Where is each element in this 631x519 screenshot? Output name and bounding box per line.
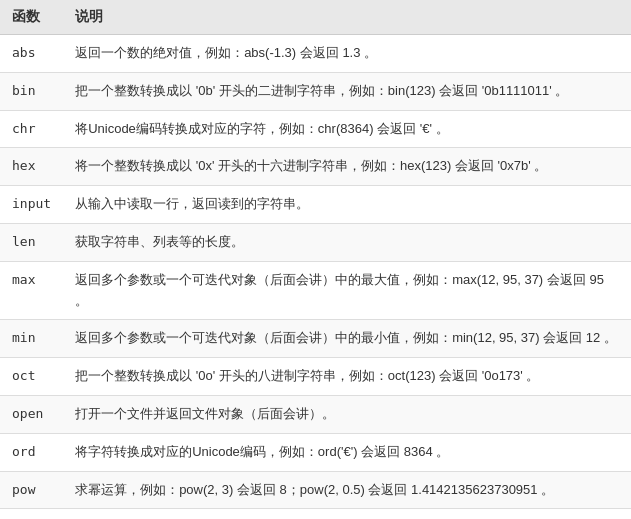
table-row: open打开一个文件并返回文件对象（后面会讲）。: [0, 395, 631, 433]
table-row: abs返回一个数的绝对值，例如：abs(-1.3) 会返回 1.3 。: [0, 35, 631, 73]
header-desc: 说明: [63, 0, 631, 35]
header-func: 函数: [0, 0, 63, 35]
table-row: min返回多个参数或一个可迭代对象（后面会讲）中的最小值，例如：min(12, …: [0, 320, 631, 358]
table-row: input从输入中读取一行，返回读到的字符串。: [0, 186, 631, 224]
func-desc: 将一个整数转换成以 '0x' 开头的十六进制字符串，例如：hex(123) 会返…: [63, 148, 631, 186]
func-name: print: [0, 509, 63, 519]
func-name: hex: [0, 148, 63, 186]
table-row: print打印输出。: [0, 509, 631, 519]
table-row: oct把一个整数转换成以 '0o' 开头的八进制字符串，例如：oct(123) …: [0, 358, 631, 396]
table-header-row: 函数 说明: [0, 0, 631, 35]
func-name: bin: [0, 72, 63, 110]
func-desc: 把一个整数转换成以 '0o' 开头的八进制字符串，例如：oct(123) 会返回…: [63, 358, 631, 396]
func-name: abs: [0, 35, 63, 73]
func-name: max: [0, 261, 63, 320]
func-name: input: [0, 186, 63, 224]
table-row: max返回多个参数或一个可迭代对象（后面会讲）中的最大值，例如：max(12, …: [0, 261, 631, 320]
func-desc: 把一个整数转换成以 '0b' 开头的二进制字符串，例如：bin(123) 会返回…: [63, 72, 631, 110]
table-row: len获取字符串、列表等的长度。: [0, 223, 631, 261]
func-name: len: [0, 223, 63, 261]
table-row: pow求幂运算，例如：pow(2, 3) 会返回 8；pow(2, 0.5) 会…: [0, 471, 631, 509]
func-name: oct: [0, 358, 63, 396]
func-name: ord: [0, 433, 63, 471]
func-desc: 求幂运算，例如：pow(2, 3) 会返回 8；pow(2, 0.5) 会返回 …: [63, 471, 631, 509]
func-desc: 返回多个参数或一个可迭代对象（后面会讲）中的最小值，例如：min(12, 95,…: [63, 320, 631, 358]
func-desc: 打开一个文件并返回文件对象（后面会讲）。: [63, 395, 631, 433]
functions-table-container: 函数 说明 abs返回一个数的绝对值，例如：abs(-1.3) 会返回 1.3 …: [0, 0, 631, 519]
functions-table: 函数 说明 abs返回一个数的绝对值，例如：abs(-1.3) 会返回 1.3 …: [0, 0, 631, 519]
func-desc: 返回一个数的绝对值，例如：abs(-1.3) 会返回 1.3 。: [63, 35, 631, 73]
func-desc: 将字符转换成对应的Unicode编码，例如：ord('€') 会返回 8364 …: [63, 433, 631, 471]
func-desc: 返回多个参数或一个可迭代对象（后面会讲）中的最大值，例如：max(12, 95,…: [63, 261, 631, 320]
func-desc: 获取字符串、列表等的长度。: [63, 223, 631, 261]
table-row: hex将一个整数转换成以 '0x' 开头的十六进制字符串，例如：hex(123)…: [0, 148, 631, 186]
func-name: pow: [0, 471, 63, 509]
table-row: bin把一个整数转换成以 '0b' 开头的二进制字符串，例如：bin(123) …: [0, 72, 631, 110]
func-name: open: [0, 395, 63, 433]
table-row: ord将字符转换成对应的Unicode编码，例如：ord('€') 会返回 83…: [0, 433, 631, 471]
func-name: chr: [0, 110, 63, 148]
func-desc: 从输入中读取一行，返回读到的字符串。: [63, 186, 631, 224]
func-desc: 打印输出。: [63, 509, 631, 519]
table-row: chr将Unicode编码转换成对应的字符，例如：chr(8364) 会返回 '…: [0, 110, 631, 148]
func-name: min: [0, 320, 63, 358]
func-desc: 将Unicode编码转换成对应的字符，例如：chr(8364) 会返回 '€' …: [63, 110, 631, 148]
